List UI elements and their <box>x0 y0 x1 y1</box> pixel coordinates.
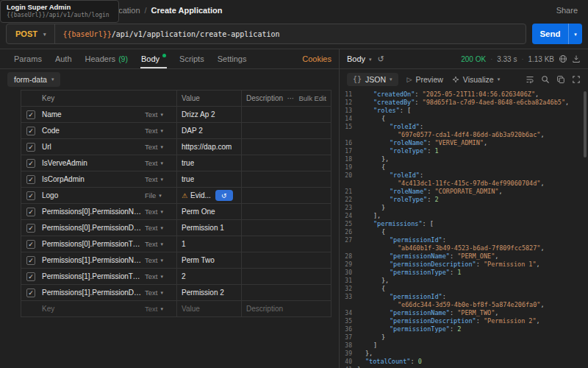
row-value-input[interactable]: DAP 2 <box>177 123 242 138</box>
wrap-text-icon[interactable] <box>526 75 534 84</box>
row-value-input[interactable]: Perm Two <box>177 252 242 268</box>
row-checkbox[interactable]: ✓ <box>26 110 35 119</box>
url-input[interactable]: {{baseUrl}}/api/v1/application/create-ap… <box>55 30 287 38</box>
row-checkbox[interactable]: ✓ <box>26 224 35 233</box>
row-key-input[interactable]: Name <box>40 110 143 118</box>
copy-icon[interactable] <box>556 75 565 84</box>
send-options-button[interactable]: ▾ <box>569 24 582 44</box>
row-value-input[interactable]: 1 <box>177 236 242 252</box>
row-value-input[interactable]: ⚠Evid...↺ <box>177 188 242 203</box>
row-key-input[interactable]: Key <box>40 305 143 313</box>
row-type-select[interactable]: Text▾ <box>143 220 177 236</box>
row-key-input[interactable]: Code <box>40 127 143 135</box>
row-value-input[interactable]: true <box>177 155 242 171</box>
tab-auth[interactable]: Auth <box>49 49 79 68</box>
response-format-select[interactable]: {} JSON ▾ <box>347 73 398 86</box>
row-key-input[interactable]: Permissions[0].PermissionDescription <box>40 224 143 232</box>
row-checkbox[interactable]: ✓ <box>26 191 35 200</box>
search-icon[interactable] <box>541 75 550 84</box>
row-description-input[interactable] <box>242 204 331 219</box>
response-time[interactable]: 3.33 s <box>497 55 517 63</box>
row-value-input[interactable]: Permission 1 <box>177 220 242 236</box>
row-key-input[interactable]: Logo <box>40 191 143 199</box>
row-description-input[interactable] <box>242 107 331 122</box>
row-checkbox[interactable]: ✓ <box>26 256 35 265</box>
form-data-rows: ✓NameText▾Drizz Ap 2✓CodeText▾DAP 2✓UrlT… <box>21 107 331 317</box>
file-revert-button[interactable]: ↺ <box>215 190 233 201</box>
row-value-input[interactable]: true <box>177 171 242 187</box>
tab-scripts[interactable]: Scripts <box>173 49 211 68</box>
row-type-select[interactable]: Text▾ <box>143 269 177 284</box>
expand-icon[interactable] <box>572 75 581 84</box>
row-type-select[interactable]: Text▾ <box>143 139 177 155</box>
row-value-input[interactable]: Perm One <box>177 204 242 219</box>
tab-settings[interactable]: Settings <box>211 49 254 68</box>
row-description-input[interactable] <box>242 220 331 236</box>
tab-body[interactable]: Body <box>135 49 173 68</box>
json-line: "e66dc344-3d59-4b0e-bf8f-5a874e206fa0", <box>340 301 588 309</box>
row-value-input[interactable]: 2 <box>177 269 242 284</box>
row-type-select[interactable]: Text▾ <box>143 236 177 252</box>
row-key-input[interactable]: Permissions[1].PermissionType <box>40 272 143 280</box>
json-line-content: } <box>357 204 385 212</box>
row-description-input[interactable] <box>242 155 331 171</box>
row-type-select[interactable]: Text▾ <box>143 285 177 300</box>
tab-headers[interactable]: Headers(9) <box>79 49 135 68</box>
row-description-input[interactable] <box>242 236 331 252</box>
scrollbar-thumb[interactable] <box>584 91 587 158</box>
row-type-select[interactable]: Text▾ <box>143 171 177 187</box>
row-type-select[interactable]: Text▾ <box>143 123 177 138</box>
response-size[interactable]: 1.13 KB <box>528 55 554 63</box>
row-checkbox[interactable]: ✓ <box>26 143 35 152</box>
status-badge[interactable]: 200 OK <box>461 55 486 63</box>
cookies-link[interactable]: Cookies <box>302 54 331 63</box>
row-description-input[interactable] <box>242 285 331 300</box>
row-description-input[interactable] <box>242 139 331 155</box>
response-body-select[interactable]: Body ▾ <box>347 54 372 63</box>
method-select[interactable]: POST ▾ <box>7 24 55 43</box>
row-checkbox[interactable]: ✓ <box>26 289 35 297</box>
row-checkbox[interactable]: ✓ <box>26 175 35 184</box>
row-key-input[interactable]: Permissions[1].PermissionDescription <box>40 289 143 297</box>
row-value-input[interactable]: Value <box>177 301 242 316</box>
row-description-input[interactable] <box>242 188 331 203</box>
share-button[interactable]: Share <box>556 6 578 15</box>
row-key-input[interactable]: Permissions[1].PermissionName <box>40 256 143 264</box>
save-response-icon[interactable] <box>572 54 581 63</box>
row-key-input[interactable]: Url <box>40 143 143 151</box>
row-type-select[interactable]: Text▾ <box>143 252 177 268</box>
row-type-select[interactable]: Text▾ <box>143 204 177 219</box>
row-type-select[interactable]: Text▾ <box>143 107 177 122</box>
row-checkbox[interactable]: ✓ <box>26 272 35 281</box>
body-type-select[interactable]: form-data ▾ <box>7 72 60 87</box>
response-body-code[interactable]: 11"createdOn": "2025-05-21T11:04:56.6263… <box>340 89 588 368</box>
row-key-input[interactable]: IsVerveAdmin <box>40 159 143 167</box>
row-checkbox[interactable]: ✓ <box>26 208 35 216</box>
bulk-edit-button[interactable]: ⋯ Bulk Edit <box>287 94 327 102</box>
row-checkbox[interactable]: ✓ <box>26 127 35 135</box>
row-key-input[interactable]: Permissions[0].PermissionType <box>40 240 143 248</box>
row-checkbox[interactable]: ✓ <box>26 159 35 168</box>
tab-params[interactable]: Params <box>7 49 49 68</box>
row-value-input[interactable]: https://dap.com <box>177 139 242 155</box>
row-checkbox[interactable]: ✓ <box>26 240 35 249</box>
row-description-input[interactable] <box>242 269 331 284</box>
visualize-button[interactable]: Visualize ▾ <box>452 75 500 84</box>
row-type-select[interactable]: Text▾ <box>143 155 177 171</box>
send-button[interactable]: Send <box>532 24 569 44</box>
row-value-input[interactable]: Drizz Ap 2 <box>177 107 242 122</box>
row-key-input[interactable]: Permissions[0].PermissionName <box>40 208 143 216</box>
row-type-label: Text <box>145 224 157 232</box>
preview-button[interactable]: ▷ Preview <box>407 75 443 84</box>
row-type-select[interactable]: File▾ <box>143 188 177 203</box>
row-description-input[interactable] <box>242 123 331 138</box>
row-type-select[interactable]: Text▾ <box>143 301 177 316</box>
history-icon[interactable]: ↺ <box>378 54 384 64</box>
row-value-input[interactable]: Permission 2 <box>177 285 242 300</box>
row-description-input[interactable]: Description <box>242 301 331 316</box>
row-description-input[interactable] <box>242 252 331 268</box>
row-description-input[interactable] <box>242 171 331 187</box>
globe-icon[interactable] <box>559 54 567 63</box>
row-key-input[interactable]: IsCorpAdmin <box>40 175 143 183</box>
json-token: : [ <box>423 220 434 227</box>
